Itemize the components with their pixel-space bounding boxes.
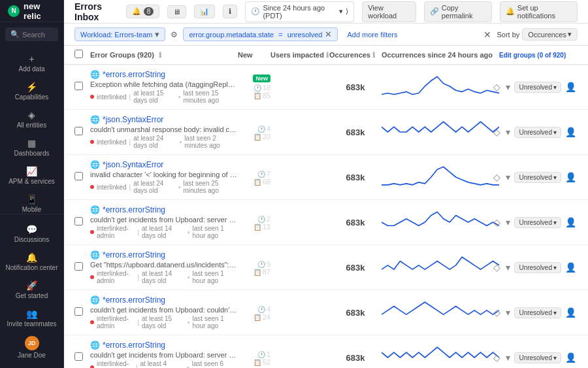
search-box[interactable]: 🔍 Search [5, 27, 58, 41]
meta-age: at least 14 days old [142, 225, 185, 239]
workload-filter[interactable]: Workload: Errors-team ▾ [74, 27, 165, 41]
user-icon[interactable]: 👤 [564, 261, 578, 274]
status-dropdown-2[interactable]: Unresolved ▾ [514, 127, 561, 138]
users-doc-count: 68 [263, 178, 270, 186]
monitor-icon-btn[interactable]: 🖥 [167, 5, 186, 18]
row-checkbox-3[interactable] [74, 172, 90, 182]
status-dropdown-7[interactable]: Unresolved ▾ [514, 352, 561, 363]
row-checkbox-2[interactable] [74, 127, 90, 137]
sidebar-label: Notification center [5, 264, 57, 271]
chevron-down-icon[interactable]: ▾ [504, 216, 512, 229]
error-name-4[interactable]: *errors.errorString [103, 205, 165, 214]
sidebar-item-capabilities[interactable]: ⚡ Capabilities [0, 77, 63, 105]
diamond-icon[interactable]: ◇ [492, 351, 502, 364]
row-checkbox-5[interactable] [74, 262, 90, 273]
chevron-down-icon[interactable]: ▾ [504, 261, 512, 274]
row-checkbox-1[interactable] [74, 82, 90, 92]
row-info-1: 🌐 *errors.errorString Exception while fe… [90, 70, 238, 104]
status-dropdown-5[interactable]: Unresolved ▾ [514, 262, 561, 273]
user-profile[interactable]: JD Jane Doe [0, 332, 63, 363]
select-all-checkbox[interactable] [74, 50, 83, 58]
diamond-icon[interactable]: ◇ [492, 171, 502, 184]
stack-icon: 📋 [253, 224, 261, 231]
set-notifications-btn[interactable]: 🔔 Set up notifications [500, 1, 578, 22]
view-workload-btn[interactable]: View workload [362, 1, 416, 22]
error-name-7[interactable]: *errors.errorString [103, 341, 165, 350]
error-name-3[interactable]: *json.SyntaxError [103, 160, 163, 169]
status-dropdown-4[interactable]: Unresolved ▾ [514, 217, 561, 228]
user-icon[interactable]: 👤 [564, 125, 578, 139]
row-occurrences-4: 683k [329, 218, 382, 227]
sort-button[interactable]: Occurences ▾ [522, 28, 578, 41]
table-row: 🌐 *errors.errorString Get "https://upboa… [64, 245, 588, 290]
status-dropdown-6[interactable]: Unresolved ▾ [514, 307, 561, 318]
stack-icon: 📋 [253, 359, 261, 366]
chart-icon-btn[interactable]: 📊 [194, 5, 215, 18]
users-doc-count: 52 [263, 358, 270, 366]
sidebar-item-notifications[interactable]: 🔔 Notification center [0, 248, 63, 276]
diamond-icon[interactable]: ◇ [492, 261, 502, 274]
chevron-down-icon[interactable]: ▾ [504, 171, 512, 184]
sidebar-item-discussions[interactable]: 💬 Discussions [0, 220, 63, 248]
logo[interactable]: N new relic [0, 0, 63, 22]
col-error-groups: Error Groups (920) ℹ [90, 51, 238, 59]
status-dropdown-3[interactable]: Unresolved ▾ [514, 172, 561, 183]
state-filter[interactable]: error.group.metadata.state = unresolved … [183, 27, 338, 41]
chevron-down-icon[interactable]: ▾ [504, 351, 512, 364]
sidebar-item-add-data[interactable]: + Add data [0, 49, 63, 77]
sidebar-item-invite[interactable]: 👥 Invite teammates [0, 304, 63, 332]
chevron-down-icon[interactable]: ▾ [504, 80, 512, 93]
filter-bar: Workload: Errors-team ▾ ⚙ error.group.me… [64, 24, 588, 46]
user-icon[interactable]: 👤 [564, 306, 578, 319]
sidebar-item-dashboards[interactable]: ▦ Dashboards [0, 133, 63, 161]
diamond-icon[interactable]: ◇ [492, 125, 502, 139]
user-icon[interactable]: 👤 [564, 216, 578, 229]
diamond-icon[interactable]: ◇ [492, 80, 502, 93]
search-placeholder: Search [22, 31, 45, 39]
clear-filters-btn[interactable]: ✕ [483, 29, 491, 40]
user-icon[interactable]: 👤 [564, 351, 578, 364]
search-icon: 🔍 [10, 30, 20, 39]
edit-groups-btn[interactable]: Edit groups (0 of 920) [499, 52, 566, 59]
user-icon[interactable]: 👤 [564, 80, 578, 93]
add-more-filters-btn[interactable]: Add more filters [343, 29, 401, 40]
set-notif-icon: 🔔 [506, 7, 515, 16]
diamond-icon[interactable]: ◇ [492, 216, 502, 229]
error-meta-6: interlinked-admin | at least 15 days old… [90, 315, 238, 329]
meta-age: at least 24 days old [133, 180, 176, 194]
table-row: 🌐 *json.SyntaxError couldn't unmarshal r… [64, 110, 588, 155]
row-occurrences-6: 683k [329, 308, 382, 318]
user-icon[interactable]: 👤 [564, 171, 578, 184]
row-chart-5 [382, 256, 499, 279]
sidebar-item-apm[interactable]: 📈 APM & services [0, 161, 63, 190]
copy-text: Copy permalink [442, 4, 486, 20]
workload-remove-btn[interactable]: ▾ [155, 29, 159, 39]
diamond-icon[interactable]: ◇ [492, 306, 502, 319]
set-notif-text: Set up notifications [517, 4, 572, 20]
users-doc-count: 13 [263, 223, 270, 231]
meta-last-seen: last seen 15 minutes ago [183, 90, 238, 104]
sidebar-item-all-entities[interactable]: ◈ All entities [0, 105, 63, 133]
error-name-2[interactable]: *json.SyntaxError [103, 115, 163, 124]
row-checkbox-4[interactable] [74, 217, 90, 227]
info-icon-btn[interactable]: ℹ [223, 5, 237, 18]
chevron-down-icon[interactable]: ▾ [504, 306, 512, 319]
sidebar-item-get-started[interactable]: 🚀 Get started [0, 276, 63, 304]
time-range-selector[interactable]: 🕐 Since 24 hours ago (PDT) ▾ ⟩ [245, 1, 354, 22]
row-checkbox-7[interactable] [74, 352, 90, 363]
row-checkbox-6[interactable] [74, 307, 90, 318]
state-remove-btn[interactable]: ✕ [325, 29, 332, 39]
stack-icon: 📋 [253, 92, 261, 99]
error-name-5[interactable]: *errors.errorString [103, 250, 165, 259]
error-name-6[interactable]: *errors.errorString [103, 295, 165, 305]
sidebar-item-mobile[interactable]: 📱 Mobile [0, 190, 63, 214]
add-data-icon: + [29, 54, 34, 64]
red-dot-icon [90, 230, 94, 234]
chevron-down-icon[interactable]: ▾ [504, 125, 512, 139]
notifications-btn[interactable]: 🔔 8 [126, 5, 160, 18]
error-name-1[interactable]: *errors.errorString [103, 70, 165, 79]
copy-permalink-btn[interactable]: 🔗 Copy permalink [424, 1, 492, 22]
status-dropdown-1[interactable]: Unresolved ▾ [514, 82, 561, 93]
state-key: error.group.metadata.state [189, 31, 274, 39]
row-new-5: 🕐 9 📋 87 [238, 259, 270, 276]
